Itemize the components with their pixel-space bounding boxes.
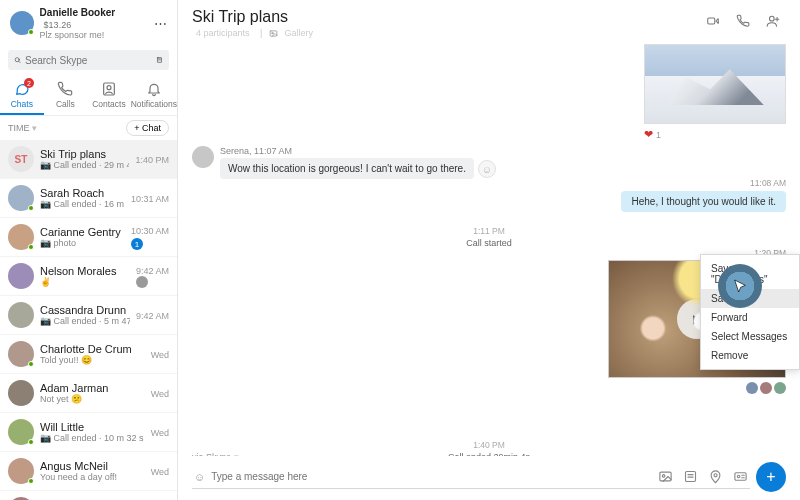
conversation-item[interactable]: Cassandra Drunn📷 Call ended · 5 m 47 s9:… — [0, 296, 177, 335]
conversation-time: 10:31 AM — [131, 194, 169, 204]
emoji-icon[interactable]: ☺ — [194, 471, 205, 483]
avatar — [8, 185, 34, 211]
chevron-down-icon[interactable]: ▾ — [234, 452, 239, 456]
reaction-count: 1 — [656, 130, 661, 140]
gallery-label[interactable]: Gallery — [284, 28, 313, 38]
chat-title: Ski Trip plans — [192, 8, 317, 26]
attach-file-icon[interactable] — [683, 469, 698, 484]
conversation-preview: 📷 Call ended · 5 m 47 s — [40, 316, 130, 326]
avatar — [8, 302, 34, 328]
conversation-preview: ✌️ — [40, 277, 130, 287]
conversation-item[interactable]: Carianne Gentry📷 photo10:30 AM1 — [0, 218, 177, 257]
tab-notifications[interactable]: Notifications — [131, 76, 177, 115]
call-ended-info: 1:40 PM Call ended 29min 4s — [178, 440, 800, 456]
unread-badge: 1 — [131, 238, 143, 250]
message-text: Wow this location is gorgeous! I can't w… — [228, 163, 466, 174]
conversation-item[interactable]: Angus McNeilYou need a day off!Wed — [0, 452, 177, 491]
phone-icon — [57, 81, 73, 97]
conversation-item[interactable]: STSki Trip plans📷 Call ended · 29 m 4 s1… — [0, 140, 177, 179]
seen-by-avatars[interactable] — [746, 382, 786, 394]
conversation-item[interactable]: Charlotte De CrumTold you!! 😊Wed — [0, 335, 177, 374]
chat-body[interactable]: ❤ 1 Serena, 11:07 AM Wow this location i… — [178, 42, 800, 456]
avatar — [8, 458, 34, 484]
self-name: Danielle Booker — [40, 7, 116, 18]
search-field[interactable] — [25, 55, 152, 66]
context-menu-item[interactable]: Select Messages — [701, 327, 799, 346]
contact-card-icon[interactable] — [733, 469, 748, 484]
conversation-name: Ski Trip plans — [40, 148, 129, 160]
add-people-button[interactable] — [760, 8, 786, 34]
conversation-time: Wed — [151, 428, 169, 438]
conversation-time: 10:30 AM — [131, 226, 169, 236]
tab-contacts-label: Contacts — [92, 99, 126, 109]
avatar — [8, 419, 34, 445]
conversation-time: 9:42 AM — [136, 266, 169, 276]
outgoing-message: 11:08 AM Hehe, I thought you would like … — [621, 178, 786, 212]
conversation-item[interactable]: Nelson Morales✌️9:42 AM — [0, 257, 177, 296]
heart-icon: ❤ — [644, 128, 653, 141]
context-menu-item[interactable]: Remove — [701, 346, 799, 365]
sort-label[interactable]: TIME — [8, 123, 30, 133]
incoming-message: Serena, 11:07 AM Wow this location is go… — [192, 146, 474, 179]
audio-call-button[interactable] — [730, 8, 756, 34]
tab-contacts[interactable]: Contacts — [87, 76, 131, 115]
self-status: Plz sponsor me! — [40, 30, 148, 40]
video-call-button[interactable] — [700, 8, 726, 34]
svg-point-22 — [714, 474, 717, 477]
location-icon[interactable] — [708, 469, 723, 484]
svg-point-10 — [107, 86, 111, 90]
new-chat-button[interactable]: + Chat — [126, 120, 169, 136]
list-header: TIME ▾ + Chat — [0, 116, 177, 140]
participants-label[interactable]: 4 participants — [196, 28, 250, 38]
conversation-time: Wed — [151, 467, 169, 477]
send-button[interactable]: + — [756, 462, 786, 492]
conversation-preview: Not yet 😕 — [40, 394, 145, 404]
attach-image-icon[interactable] — [658, 469, 673, 484]
conversation-name: Will Little — [40, 421, 145, 433]
svg-point-14 — [770, 16, 775, 21]
react-button[interactable]: ☺ — [478, 160, 496, 178]
image-message[interactable] — [644, 44, 786, 124]
conversation-name: Sarah Roach — [40, 187, 125, 199]
compose-input[interactable] — [211, 471, 652, 482]
search-input[interactable] — [8, 50, 169, 70]
more-icon[interactable]: ⋯ — [154, 16, 167, 31]
tab-calls[interactable]: Calls — [44, 76, 88, 115]
conversation-item[interactable]: Will Little📷 Call ended · 10 m 32 sWed — [0, 413, 177, 452]
avatar: ST — [8, 146, 34, 172]
conversation-list[interactable]: STSki Trip plans📷 Call ended · 29 m 4 s1… — [0, 140, 177, 500]
search-icon — [14, 54, 21, 66]
dialpad-icon[interactable] — [156, 54, 163, 66]
conversation-time: Wed — [151, 389, 169, 399]
conversation-preview: Told you!! 😊 — [40, 355, 145, 365]
message-bubble[interactable]: Hehe, I thought you would like it. — [621, 191, 786, 212]
avatar — [8, 224, 34, 250]
message-bubble[interactable]: Wow this location is gorgeous! I can't w… — [220, 158, 474, 179]
chat-subtitle: 4 participants | Gallery — [192, 28, 317, 38]
sender-avatar[interactable] — [192, 146, 214, 168]
self-profile[interactable]: Danielle Booker $13.26 Plz sponsor me! ⋯ — [10, 6, 167, 40]
contacts-icon — [101, 81, 117, 97]
add-user-icon — [766, 14, 780, 28]
conversation-preview: 📷 photo — [40, 238, 125, 248]
conversation-name: Adam Jarman — [40, 382, 145, 394]
compose-icons — [658, 469, 748, 484]
context-menu-item[interactable]: Forward — [701, 308, 799, 327]
via-label: via Skype ▾ — [192, 452, 239, 456]
conversation-item[interactable]: Adam JarmanNot yet 😕Wed — [0, 374, 177, 413]
conversation-item[interactable]: MJ PriceTeehee!Tue — [0, 491, 177, 500]
nav-tabs: Chats 2 Calls Contacts Notifications — [0, 76, 177, 116]
tab-chats[interactable]: Chats 2 — [0, 76, 44, 115]
self-avatar[interactable] — [10, 11, 34, 35]
conversation-preview: You need a day off! — [40, 472, 145, 482]
compose-field[interactable]: ☺ — [192, 465, 750, 489]
tab-notifications-label: Notifications — [131, 99, 177, 109]
chevron-down-icon[interactable]: ▾ — [30, 123, 38, 133]
video-icon — [706, 14, 720, 28]
message-time: 11:08 AM — [621, 178, 786, 188]
call-time: 1:11 PM — [178, 226, 800, 236]
tab-chats-label: Chats — [11, 99, 33, 109]
bell-icon — [146, 81, 162, 97]
reaction-row[interactable]: ❤ 1 — [644, 128, 786, 141]
conversation-item[interactable]: Sarah Roach📷 Call ended · 16 m 23 s10:31… — [0, 179, 177, 218]
